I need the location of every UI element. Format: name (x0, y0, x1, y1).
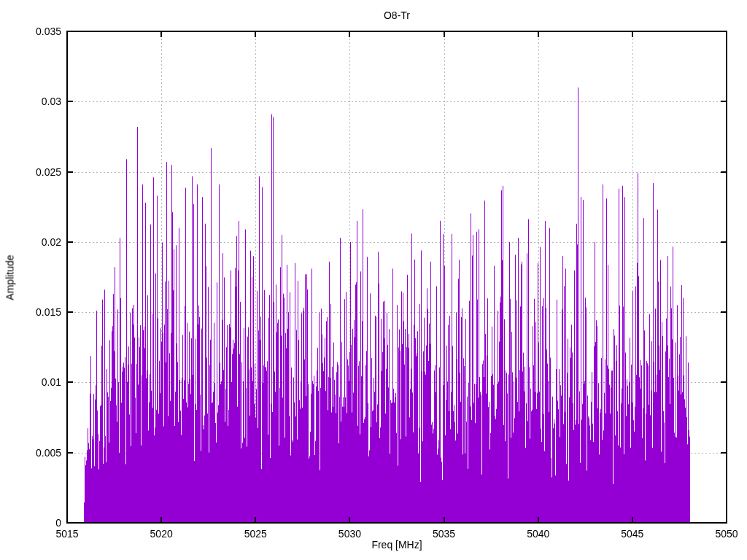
y-tick-label: 0.01 (18, 376, 61, 388)
y-tick-label: 0.03 (18, 96, 61, 107)
x-tick-label: 5015 (45, 528, 89, 540)
x-tick-label: 5030 (328, 528, 371, 540)
spectrum-plot-canvas (0, 0, 747, 560)
y-tick-label: 0.015 (18, 306, 61, 318)
plot-window: O8-Tr Amplitude Freq [MHz] 5015502050255… (0, 0, 747, 560)
y-tick-label: 0 (18, 517, 61, 529)
y-tick-label: 0.005 (18, 447, 61, 459)
y-axis-label: Amplitude (4, 234, 17, 322)
x-axis-label: Freq [MHz] (67, 539, 727, 551)
x-tick-label: 5050 (705, 528, 747, 540)
y-tick-label: 0.025 (18, 166, 61, 178)
x-tick-label: 5025 (233, 528, 277, 540)
y-tick-label: 0.035 (18, 26, 61, 37)
x-tick-label: 5040 (516, 528, 560, 540)
chart-title: O8-Tr (67, 9, 727, 21)
y-tick-label: 0.02 (18, 236, 61, 248)
x-tick-label: 5045 (611, 528, 654, 540)
x-tick-label: 5035 (422, 528, 466, 540)
x-tick-label: 5020 (139, 528, 183, 540)
